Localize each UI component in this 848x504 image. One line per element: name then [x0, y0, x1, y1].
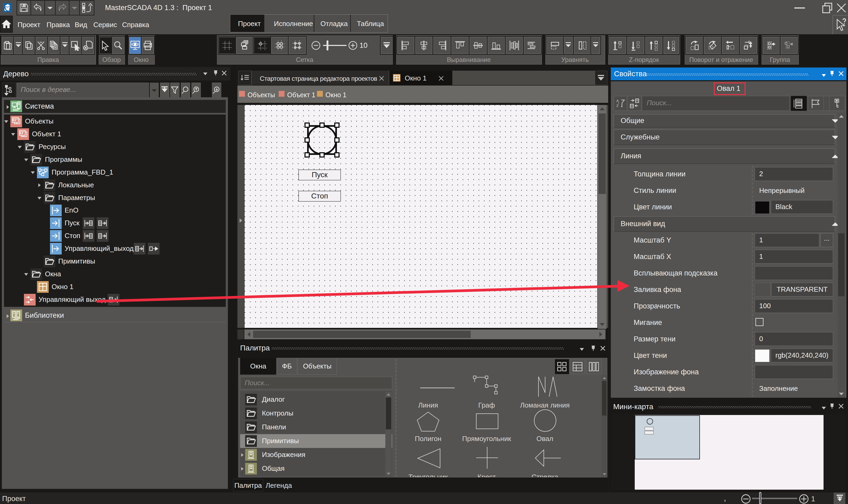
svg-text:A: A: [617, 99, 619, 103]
svg-text:Z: Z: [617, 104, 619, 108]
